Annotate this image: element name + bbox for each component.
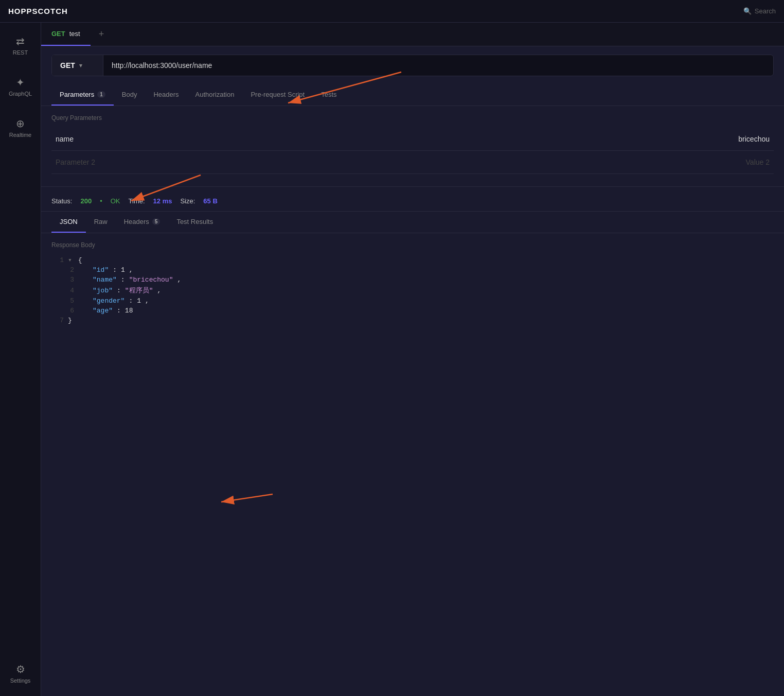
method-select[interactable]: GET ▾ (52, 55, 103, 76)
main-layout: ⇄ REST ✦ GraphQL ⊕ Realtime ⚙ Settings G… (0, 23, 784, 696)
search-area[interactable]: 🔍 Search (743, 7, 776, 15)
tab-authorization[interactable]: Authorization (187, 84, 243, 106)
tab-headers[interactable]: Headers (145, 84, 187, 106)
search-label: Search (755, 7, 776, 15)
res-tab-headers-label: Headers (124, 218, 149, 225)
url-input[interactable] (103, 55, 773, 76)
sidebar-label-settings: Settings (10, 677, 31, 684)
tab-method: GET (51, 30, 65, 38)
collapse-icon-1[interactable]: ▾ (68, 256, 72, 264)
param-key-2[interactable]: Parameter 2 (51, 155, 671, 169)
content-area: GET test + GET ▾ Parameters (41, 23, 784, 696)
response-status-bar: Status: 200 • OK Time: 12 ms Size: 65 B (41, 191, 784, 212)
sidebar-label-graphql: GraphQL (9, 91, 32, 97)
json-viewer: Response Body 1 ▾ { 2 "id" : 1 , (41, 233, 784, 696)
tab-add-button[interactable]: + (91, 23, 113, 46)
tab-parameters[interactable]: Parameters 1 (51, 84, 114, 106)
json-val-gender: 1 (137, 297, 141, 305)
tab-tests-label: Tests (321, 91, 336, 98)
res-tab-raw[interactable]: Raw (86, 212, 116, 233)
json-line-4: 4 "job" : "程序员" , (51, 285, 774, 296)
method-label: GET (60, 61, 75, 69)
line-num-5: 5 (62, 297, 74, 305)
res-tab-test-results-label: Test Results (176, 218, 213, 225)
status-code: 200 (80, 197, 92, 205)
status-dot: • (100, 197, 102, 205)
param-value-1: bricechou (671, 132, 774, 146)
tab-parameters-label: Parameters (60, 91, 94, 98)
sidebar-item-settings[interactable]: ⚙ Settings (3, 659, 39, 688)
status-label: Status: (51, 197, 72, 205)
url-bar: GET ▾ (51, 55, 774, 76)
time-label: Time: (129, 197, 145, 205)
param-row-1: name bricechou (51, 128, 774, 151)
tab-body[interactable]: Body (114, 84, 146, 106)
json-close-brace: } (68, 317, 72, 324)
rest-icon: ⇄ (16, 35, 25, 47)
tab-prerequest[interactable]: Pre-request Script (242, 84, 313, 106)
response-tabs: JSON Raw Headers 5 Test Results (41, 212, 784, 233)
size-value: 65 B (203, 197, 217, 205)
line-num-6: 6 (62, 307, 74, 315)
json-val-age: 18 (125, 307, 133, 315)
tab-bar: GET test + (41, 23, 784, 46)
sidebar-item-rest[interactable]: ⇄ REST (3, 31, 39, 60)
json-key-gender: "gender" (93, 297, 124, 305)
realtime-icon: ⊕ (16, 117, 25, 130)
line-num-1: 1 (51, 256, 64, 264)
json-key-age: "age" (93, 307, 113, 315)
time-value: 12 ms (153, 197, 172, 205)
res-tab-headers-badge: 5 (152, 218, 161, 225)
response-divider (41, 186, 784, 187)
line-num-7: 7 (51, 317, 64, 324)
search-icon: 🔍 (743, 7, 752, 15)
json-key-name: "name" (93, 276, 117, 284)
sidebar: ⇄ REST ✦ GraphQL ⊕ Realtime ⚙ Settings (0, 23, 41, 696)
sidebar-item-graphql[interactable]: ✦ GraphQL (3, 72, 39, 101)
json-line-1: 1 ▾ { (51, 255, 774, 265)
app-logo: HOPPSCOTCH (8, 7, 68, 15)
tab-tests[interactable]: Tests (313, 84, 345, 106)
line-num-3: 3 (62, 276, 74, 284)
param-row-2: Parameter 2 Value 2 (51, 151, 774, 174)
tab-headers-label: Headers (153, 91, 179, 98)
sidebar-label-realtime: Realtime (9, 132, 31, 138)
request-area: GET ▾ (41, 46, 784, 84)
sidebar-label-rest: REST (13, 49, 28, 56)
tab-prerequest-label: Pre-request Script (251, 91, 305, 98)
json-line-5: 5 "gender" : 1 , (51, 296, 774, 306)
tab-authorization-label: Authorization (195, 91, 235, 98)
response-area: Status: 200 • OK Time: 12 ms Size: 65 B … (41, 191, 784, 696)
res-tab-headers[interactable]: Headers 5 (116, 212, 169, 233)
content-wrapper: GET ▾ Parameters 1 Body Headers (41, 46, 784, 696)
settings-icon: ⚙ (16, 663, 25, 675)
request-tabs: Parameters 1 Body Headers Authorization … (41, 84, 784, 106)
chevron-down-icon: ▾ (79, 62, 82, 69)
tab-get-test[interactable]: GET test (41, 23, 91, 46)
param-key-1: name (51, 132, 671, 146)
params-section: Query Parameters name bricechou Paramete… (41, 106, 784, 182)
json-line-6: 6 "age" : 18 (51, 306, 774, 316)
json-line-7: 7 } (51, 316, 774, 325)
json-val-id: 1 (121, 266, 125, 274)
line-num-2: 2 (62, 266, 74, 274)
query-params-title: Query Parameters (51, 114, 774, 121)
tab-parameters-badge: 1 (97, 91, 105, 98)
json-open-brace: { (78, 256, 82, 264)
size-label: Size: (180, 197, 195, 205)
response-body-title: Response Body (51, 241, 774, 249)
tab-name: test (69, 30, 80, 38)
topbar: HOPPSCOTCH 🔍 Search (0, 0, 784, 23)
res-tab-raw-label: Raw (94, 218, 108, 225)
res-tab-test-results[interactable]: Test Results (168, 212, 221, 233)
json-key-id: "id" (93, 266, 109, 274)
json-val-job: "程序员" (125, 286, 153, 295)
graphql-icon: ✦ (16, 76, 25, 89)
json-val-name: "bricechou" (129, 276, 173, 284)
status-ok: OK (111, 197, 120, 205)
sidebar-item-realtime[interactable]: ⊕ Realtime (3, 113, 39, 142)
json-key-job: "job" (93, 287, 113, 294)
res-tab-json-label: JSON (60, 218, 78, 225)
res-tab-json[interactable]: JSON (51, 212, 86, 233)
param-value-2[interactable]: Value 2 (671, 155, 774, 169)
